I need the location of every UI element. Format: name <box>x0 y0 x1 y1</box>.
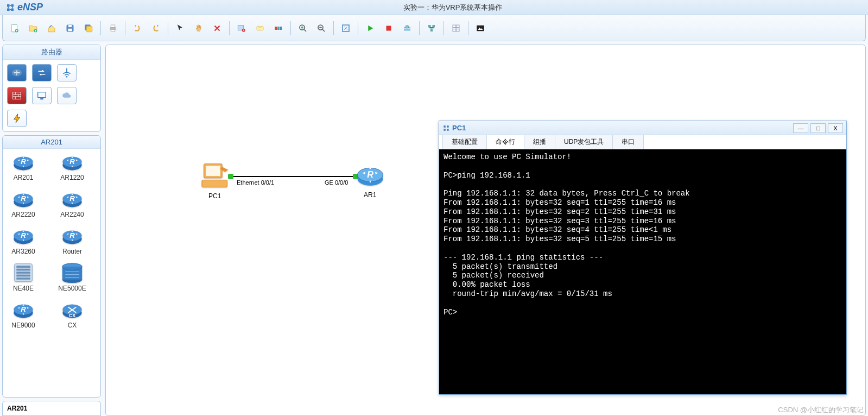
svg-point-29 <box>66 76 68 78</box>
link-line[interactable] <box>230 176 355 177</box>
maximize-button[interactable]: □ <box>810 123 826 133</box>
redo-button[interactable] <box>148 21 163 36</box>
sidebar: 路由器 AR201 RAR201RAR1220RAR2220RAR2240RAR… <box>0 45 103 416</box>
zoom-out-button[interactable] <box>314 21 329 36</box>
palette-button[interactable] <box>271 21 286 36</box>
terminal-tab-4[interactable]: 串口 <box>612 135 644 149</box>
category-pc[interactable] <box>32 87 52 104</box>
svg-rect-57 <box>16 278 30 280</box>
device-label: NE40E <box>13 285 34 292</box>
device-item-ar2220[interactable]: RAR2220 <box>6 188 41 218</box>
device-list-panel: AR201 RAR201RAR1220RAR2220RAR2240RAR3260… <box>2 135 101 398</box>
svg-rect-5 <box>68 28 72 31</box>
svg-rect-26 <box>453 25 459 31</box>
svg-rect-10 <box>111 29 115 31</box>
svg-text:R: R <box>21 194 26 203</box>
device-icon: R <box>60 188 84 210</box>
category-wlan[interactable] <box>57 64 77 81</box>
router-node-label: AR1 <box>364 191 376 199</box>
interface-label-right: GE 0/0/0 <box>325 179 348 186</box>
category-firewall[interactable] <box>7 87 27 104</box>
device-icon <box>60 262 84 283</box>
terminal-tab-3[interactable]: UDP发包工具 <box>555 135 613 149</box>
category-cloud[interactable] <box>57 87 77 104</box>
capture-button[interactable] <box>400 21 415 36</box>
theme-button[interactable] <box>473 21 488 36</box>
svg-rect-14 <box>275 27 277 30</box>
terminal-title: PC1 <box>452 124 466 132</box>
saveall-button[interactable] <box>81 21 96 36</box>
device-item-ne5000e[interactable]: NE5000E <box>55 262 90 292</box>
note-button[interactable] <box>252 21 268 36</box>
device-icon: CX <box>60 299 84 320</box>
svg-text:R: R <box>69 231 75 239</box>
open-button[interactable] <box>26 21 41 36</box>
device-item-router[interactable]: RRouter <box>55 225 90 255</box>
port-indicator-left <box>228 174 233 179</box>
stop-button[interactable] <box>381 21 396 36</box>
grid-button[interactable] <box>448 21 464 36</box>
device-label: AR3260 <box>11 248 35 255</box>
start-button[interactable] <box>363 21 378 36</box>
app-name: eNSP <box>17 2 43 13</box>
svg-rect-16 <box>280 27 282 30</box>
pc-node-label: PC1 <box>208 192 221 200</box>
device-item-ne40e[interactable]: NE40E <box>6 262 41 292</box>
titlebar: eNSP 实验一：华为VRP系统基本操作 <box>0 0 868 15</box>
svg-text:R: R <box>21 157 26 166</box>
undo-button[interactable] <box>130 21 145 36</box>
device-icon: R <box>11 225 35 247</box>
topology-list-button[interactable] <box>424 21 439 36</box>
device-item-ar2240[interactable]: RAR2240 <box>55 188 90 218</box>
svg-rect-25 <box>430 29 433 31</box>
device-item-ne9000[interactable]: RNE9000 <box>6 299 41 329</box>
terminal-window[interactable]: PC1 — □ X 基础配置命令行组播UDP发包工具串口 Welcome to … <box>439 121 847 395</box>
interface-label-left: Ethernet 0/0/1 <box>237 179 274 186</box>
close-button[interactable]: X <box>828 123 843 133</box>
terminal-tab-1[interactable]: 命令行 <box>486 135 524 149</box>
topology-group: PC1 Ethernet 0/0/1 GE 0/0/0 R AR1 <box>201 162 396 216</box>
svg-rect-27 <box>477 25 484 31</box>
device-label: NE5000E <box>58 285 86 292</box>
device-item-ar1220[interactable]: RAR1220 <box>55 151 90 181</box>
zoom-in-button[interactable] <box>295 21 311 36</box>
device-config-button[interactable] <box>234 21 249 36</box>
category-switch[interactable] <box>32 64 52 81</box>
delete-button[interactable] <box>210 21 225 36</box>
home-button[interactable] <box>44 21 59 36</box>
print-button[interactable] <box>105 21 121 36</box>
svg-rect-30 <box>66 68 67 73</box>
pan-tool-button[interactable] <box>191 21 206 36</box>
svg-rect-24 <box>433 25 435 28</box>
fit-window-button[interactable] <box>338 21 353 36</box>
device-icon: R <box>11 188 35 210</box>
minimize-button[interactable]: — <box>793 123 808 133</box>
device-item-ar3260[interactable]: RAR3260 <box>6 225 41 255</box>
svg-rect-7 <box>86 26 92 32</box>
svg-text:CX: CX <box>69 313 75 318</box>
device-label: AR1220 <box>60 174 84 181</box>
terminal-tab-0[interactable]: 基础配置 <box>442 135 487 149</box>
svg-point-22 <box>406 25 409 28</box>
device-item-cx[interactable]: CXCX <box>55 299 90 329</box>
terminal-titlebar[interactable]: PC1 — □ X <box>439 121 846 135</box>
watermark: CSDN @小红红的学习笔记 <box>778 405 864 415</box>
new-topo-button[interactable] <box>7 21 22 36</box>
save-button[interactable] <box>62 21 78 36</box>
category-title: 路由器 <box>3 45 100 60</box>
pc-node-icon[interactable] <box>201 162 231 190</box>
category-connection[interactable] <box>7 110 27 127</box>
svg-rect-33 <box>40 98 43 100</box>
svg-rect-70 <box>202 180 227 187</box>
svg-rect-20 <box>387 26 391 30</box>
terminal-tab-2[interactable]: 组播 <box>524 135 555 149</box>
device-preview-label: AR201 <box>2 401 101 416</box>
svg-rect-32 <box>38 92 46 98</box>
app-logo: eNSP <box>5 2 43 13</box>
device-label: Router <box>62 248 82 255</box>
router-node-icon[interactable]: R <box>356 162 385 188</box>
category-router[interactable] <box>7 64 27 81</box>
device-item-ar201[interactable]: RAR201 <box>6 151 41 181</box>
select-tool-button[interactable] <box>173 21 188 36</box>
terminal-output[interactable]: Welcome to use PC Simulator! PC>ping 192… <box>439 149 846 394</box>
